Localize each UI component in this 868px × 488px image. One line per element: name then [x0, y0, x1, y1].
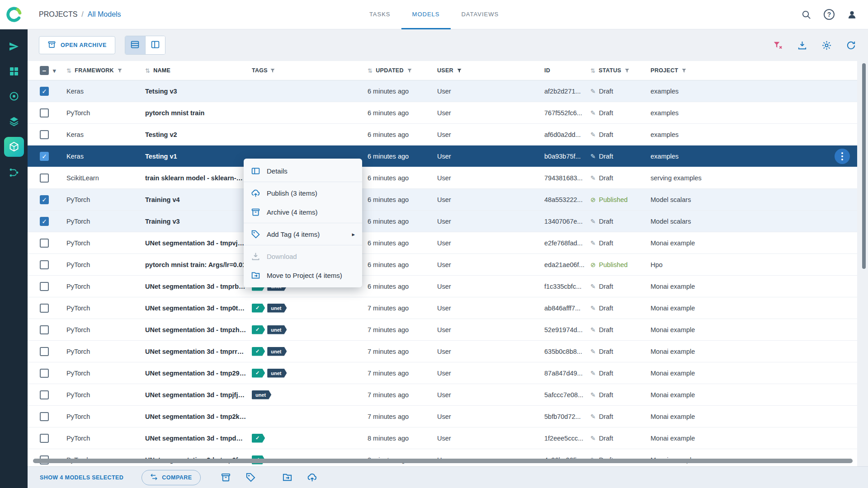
tab-models[interactable]: MODELS — [401, 0, 451, 29]
row-checkbox[interactable] — [40, 412, 49, 421]
header-framework[interactable]: ⇅ FRAMEWORK — [66, 67, 145, 74]
sort-icon[interactable]: ⇅ — [145, 67, 150, 74]
tab-tasks[interactable]: TASKS — [359, 0, 401, 29]
header-project[interactable]: PROJECT — [651, 67, 857, 74]
table-row[interactable]: PyTorchUNet segmentation 3d - tmp0tu...✓… — [28, 297, 857, 319]
filter-icon[interactable] — [624, 68, 630, 73]
compare-button[interactable]: COMPARE — [142, 470, 200, 485]
tag-selected-icon[interactable] — [245, 472, 256, 483]
table-row[interactable]: PyTorchpytorch mnist train: Args/lr=0.01… — [28, 254, 857, 276]
filter-icon[interactable] — [270, 68, 275, 73]
table-row[interactable]: KerasTesting v26 minutes agoUseraf6d0a2d… — [28, 124, 857, 145]
filter-icon[interactable] — [117, 68, 123, 73]
row-checkbox[interactable] — [40, 239, 49, 248]
row-checkbox[interactable] — [40, 260, 49, 269]
table-row[interactable]: PyTorchUNet segmentation 3d - tmprrae...… — [28, 341, 857, 362]
context-menu-item-move-to-project[interactable]: Move to Project (4 items) — [244, 266, 362, 285]
header-name[interactable]: ⇅ NAME — [145, 67, 252, 74]
context-menu-item-publish[interactable]: Publish (3 items) — [244, 183, 362, 202]
cell-updated: 6 minutes ago — [368, 283, 437, 290]
sidebar-item-workers[interactable] — [5, 87, 23, 105]
menu-divider — [244, 223, 362, 223]
app-logo[interactable] — [0, 5, 28, 24]
select-dropdown-caret[interactable]: ▾ — [53, 67, 56, 74]
table-row[interactable]: PyTorchUNet segmentation 3d - tmp6fa0...… — [28, 449, 857, 466]
settings-icon[interactable] — [821, 40, 832, 51]
context-menu-item-download: Download — [244, 247, 362, 266]
row-checkbox[interactable] — [40, 347, 49, 356]
selected-count-label[interactable]: SHOW 4 MODELS SELECTED — [40, 474, 123, 481]
table-row[interactable]: PyTorchUNet segmentation 3d - tmpdm4...✓… — [28, 427, 857, 449]
row-checkbox[interactable] — [40, 325, 49, 334]
header-id[interactable]: ID — [544, 67, 590, 74]
status-icon: ✎ — [590, 175, 596, 181]
header-user[interactable]: USER — [437, 67, 544, 74]
row-checkbox[interactable] — [40, 108, 49, 117]
sidebar-item-getting-started[interactable] — [5, 38, 23, 56]
download-table-icon[interactable] — [797, 40, 807, 51]
search-icon[interactable] — [801, 9, 811, 20]
row-checkbox[interactable] — [40, 304, 49, 313]
table-view-button[interactable] — [125, 36, 145, 54]
table-row[interactable]: ScikitLearntrain sklearn model - sklearn… — [28, 167, 857, 189]
table-row[interactable]: PyTorchpytorch mnist train6 minutes agoU… — [28, 102, 857, 124]
table-row[interactable]: ✓KerasTesting v16 minutes agoUserb0a93b7… — [28, 145, 857, 167]
open-archive-button[interactable]: OPEN ARCHIVE — [39, 36, 115, 54]
table-row[interactable]: PyTorchUNet segmentation 3d - tmpvjhyl..… — [28, 232, 857, 254]
publish-selected-icon[interactable] — [307, 472, 317, 483]
cell-project: examples — [651, 88, 857, 95]
table-row[interactable]: PyTorchUNet segmentation 3d - tmp29rf...… — [28, 362, 857, 384]
context-menu-item-details[interactable]: Details — [244, 161, 362, 180]
tab-dataviews[interactable]: DATAVIEWS — [450, 0, 509, 29]
move-selected-icon[interactable] — [282, 472, 292, 483]
breadcrumb-section[interactable]: PROJECTS — [39, 10, 77, 19]
filter-icon[interactable] — [681, 68, 687, 73]
row-menu-button[interactable] — [835, 149, 850, 164]
row-checkbox[interactable] — [40, 369, 49, 378]
sidebar-item-projects[interactable] — [5, 62, 23, 80]
header-tags[interactable]: TAGS — [252, 67, 368, 74]
horizontal-scrollbar[interactable] — [33, 459, 853, 463]
context-menu-item-add-tag[interactable]: Add Tag (4 items) ▸ — [244, 225, 362, 244]
header-updated[interactable]: ⇅ UPDATED — [368, 67, 437, 74]
header-status[interactable]: ⇅ STATUS — [590, 67, 651, 74]
split-view-button[interactable] — [145, 36, 165, 54]
row-checkbox[interactable]: ✓ — [40, 195, 49, 204]
column-label: USER — [437, 67, 453, 74]
sort-icon[interactable]: ⇅ — [590, 67, 595, 74]
sidebar-item-models[interactable] — [4, 137, 24, 157]
table-row[interactable]: ✓PyTorchTraining v46 minutes agoUser48a5… — [28, 189, 857, 211]
cell-name: Training v3 — [145, 218, 252, 225]
table-row[interactable]: ✓KerasTetsing v36 minutes agoUseraf2b2d2… — [28, 80, 857, 102]
cell-updated: 6 minutes ago — [368, 174, 437, 182]
row-checkbox[interactable] — [40, 130, 49, 139]
table-row[interactable]: PyTorchUNet segmentation 3d - tmp2kr0...… — [28, 406, 857, 427]
context-menu-item-archive[interactable]: Archive (4 items) — [244, 202, 362, 221]
table-row[interactable]: PyTorchUNet segmentation 3d - tmprb9d...… — [28, 276, 857, 297]
row-checkbox[interactable] — [40, 282, 49, 291]
archive-selected-icon[interactable] — [221, 472, 231, 483]
vertical-scrollbar[interactable] — [862, 63, 866, 269]
sort-icon[interactable]: ⇅ — [66, 67, 71, 74]
help-icon[interactable]: ? — [824, 9, 835, 20]
table-row[interactable]: PyTorchUNet segmentation 3d - tmpjfjpv..… — [28, 384, 857, 406]
refresh-icon[interactable] — [846, 40, 856, 51]
table-row[interactable]: PyTorchUNet segmentation 3d - tmpzh0...✓… — [28, 319, 857, 341]
cell-user: User — [437, 283, 544, 290]
sidebar-item-datasets[interactable] — [5, 112, 23, 130]
row-checkbox[interactable]: ✓ — [40, 152, 49, 161]
breadcrumb-page[interactable]: All Models — [88, 10, 121, 19]
row-checkbox[interactable] — [40, 434, 49, 443]
row-checkbox[interactable] — [40, 174, 49, 183]
select-all-checkbox[interactable]: − — [40, 66, 49, 75]
sidebar-item-pipelines[interactable] — [5, 164, 23, 182]
user-avatar[interactable] — [847, 9, 857, 20]
row-checkbox[interactable]: ✓ — [40, 87, 49, 96]
table-row[interactable]: ✓PyTorchTraining v36 minutes agoUser1340… — [28, 211, 857, 232]
row-checkbox[interactable]: ✓ — [40, 217, 49, 226]
filter-icon-active[interactable] — [457, 68, 462, 73]
filter-icon[interactable] — [407, 68, 412, 73]
row-checkbox[interactable] — [40, 390, 49, 399]
sort-icon[interactable]: ⇅ — [368, 67, 373, 74]
clear-filters-icon[interactable] — [773, 40, 783, 51]
